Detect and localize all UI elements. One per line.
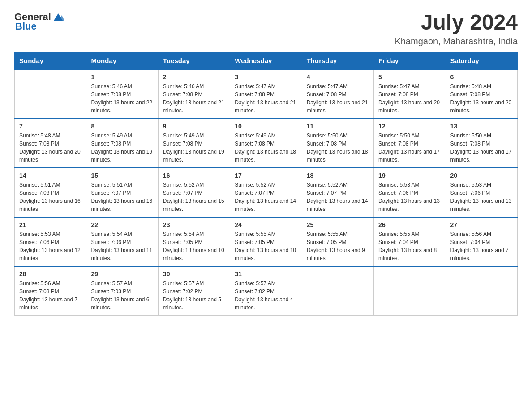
day-number: 30	[163, 270, 225, 278]
day-info: Sunrise: 5:52 AMSunset: 7:07 PMDaylight:…	[235, 181, 297, 213]
calendar-day-cell: 12Sunrise: 5:50 AMSunset: 7:08 PMDayligh…	[374, 119, 446, 168]
month-year-title: July 2024	[395, 11, 518, 34]
day-info: Sunrise: 5:52 AMSunset: 7:07 PMDaylight:…	[163, 181, 225, 213]
day-info: Sunrise: 5:47 AMSunset: 7:08 PMDaylight:…	[307, 82, 369, 115]
day-info: Sunrise: 5:53 AMSunset: 7:06 PMDaylight:…	[378, 181, 441, 213]
calendar-day-cell: 14Sunrise: 5:51 AMSunset: 7:08 PMDayligh…	[15, 168, 86, 217]
calendar-day-cell: 1Sunrise: 5:46 AMSunset: 7:08 PMDaylight…	[86, 69, 158, 119]
day-number: 25	[307, 221, 369, 228]
calendar-week-row: 21Sunrise: 5:53 AMSunset: 7:06 PMDayligh…	[15, 217, 518, 266]
day-info: Sunrise: 5:46 AMSunset: 7:08 PMDaylight:…	[91, 82, 153, 115]
day-number: 20	[450, 172, 513, 179]
day-of-week-header: Thursday	[302, 52, 373, 69]
day-info: Sunrise: 5:48 AMSunset: 7:08 PMDaylight:…	[450, 82, 513, 115]
day-info: Sunrise: 5:51 AMSunset: 7:07 PMDaylight:…	[91, 181, 153, 213]
day-info: Sunrise: 5:57 AMSunset: 7:03 PMDaylight:…	[91, 279, 153, 312]
day-number: 10	[235, 123, 297, 130]
calendar-day-cell: 4Sunrise: 5:47 AMSunset: 7:08 PMDaylight…	[302, 69, 373, 119]
day-number: 23	[163, 221, 225, 228]
calendar-day-cell: 30Sunrise: 5:57 AMSunset: 7:02 PMDayligh…	[158, 266, 230, 316]
day-of-week-header: Saturday	[446, 52, 517, 69]
day-info: Sunrise: 5:49 AMSunset: 7:08 PMDaylight:…	[91, 132, 153, 164]
calendar-day-cell: 11Sunrise: 5:50 AMSunset: 7:08 PMDayligh…	[302, 119, 373, 168]
calendar-day-cell: 8Sunrise: 5:49 AMSunset: 7:08 PMDaylight…	[86, 119, 158, 168]
day-info: Sunrise: 5:53 AMSunset: 7:06 PMDaylight:…	[19, 230, 82, 262]
calendar-day-cell: 29Sunrise: 5:57 AMSunset: 7:03 PMDayligh…	[86, 266, 158, 316]
day-number: 17	[235, 172, 297, 179]
calendar-day-cell: 18Sunrise: 5:52 AMSunset: 7:07 PMDayligh…	[302, 168, 373, 217]
day-number: 12	[378, 123, 441, 130]
day-number: 9	[163, 123, 225, 130]
day-info: Sunrise: 5:57 AMSunset: 7:02 PMDaylight:…	[235, 279, 297, 312]
day-info: Sunrise: 5:55 AMSunset: 7:05 PMDaylight:…	[235, 230, 297, 262]
day-number: 13	[450, 123, 513, 130]
day-number: 18	[307, 172, 369, 179]
calendar-day-cell: 9Sunrise: 5:49 AMSunset: 7:08 PMDaylight…	[158, 119, 230, 168]
calendar-day-cell	[15, 69, 86, 119]
day-info: Sunrise: 5:49 AMSunset: 7:08 PMDaylight:…	[163, 132, 225, 164]
day-of-week-header: Tuesday	[158, 52, 230, 69]
day-info: Sunrise: 5:56 AMSunset: 7:04 PMDaylight:…	[450, 230, 513, 262]
title-block: July 2024 Khamgaon, Maharashtra, India	[395, 11, 518, 47]
calendar-day-cell: 7Sunrise: 5:48 AMSunset: 7:08 PMDaylight…	[15, 119, 86, 168]
calendar-day-cell: 27Sunrise: 5:56 AMSunset: 7:04 PMDayligh…	[446, 217, 517, 266]
calendar-day-cell: 15Sunrise: 5:51 AMSunset: 7:07 PMDayligh…	[86, 168, 158, 217]
day-number: 3	[235, 73, 297, 81]
calendar-week-row: 1Sunrise: 5:46 AMSunset: 7:08 PMDaylight…	[15, 69, 518, 119]
day-number: 31	[235, 270, 297, 278]
calendar-week-row: 28Sunrise: 5:56 AMSunset: 7:03 PMDayligh…	[15, 266, 518, 316]
day-info: Sunrise: 5:57 AMSunset: 7:02 PMDaylight:…	[163, 279, 225, 312]
day-number: 11	[307, 123, 369, 130]
day-info: Sunrise: 5:55 AMSunset: 7:04 PMDaylight:…	[378, 230, 441, 262]
day-info: Sunrise: 5:51 AMSunset: 7:08 PMDaylight:…	[19, 181, 82, 213]
calendar-day-cell: 21Sunrise: 5:53 AMSunset: 7:06 PMDayligh…	[15, 217, 86, 266]
day-number: 8	[91, 123, 153, 130]
day-number: 27	[450, 221, 513, 228]
calendar-day-cell	[302, 266, 373, 316]
day-number: 5	[378, 73, 441, 81]
day-info: Sunrise: 5:52 AMSunset: 7:07 PMDaylight:…	[307, 181, 369, 213]
calendar-day-cell: 10Sunrise: 5:49 AMSunset: 7:08 PMDayligh…	[230, 119, 302, 168]
calendar-day-cell: 20Sunrise: 5:53 AMSunset: 7:06 PMDayligh…	[446, 168, 517, 217]
calendar-day-cell: 19Sunrise: 5:53 AMSunset: 7:06 PMDayligh…	[374, 168, 446, 217]
day-info: Sunrise: 5:54 AMSunset: 7:05 PMDaylight:…	[163, 230, 225, 262]
calendar-day-cell: 5Sunrise: 5:47 AMSunset: 7:08 PMDaylight…	[374, 69, 446, 119]
day-number: 1	[91, 73, 153, 81]
day-number: 19	[378, 172, 441, 179]
page-header: General Blue July 2024 Khamgaon, Maharas…	[14, 11, 518, 47]
calendar-day-cell: 23Sunrise: 5:54 AMSunset: 7:05 PMDayligh…	[158, 217, 230, 266]
logo: General Blue	[14, 11, 64, 32]
day-number: 26	[378, 221, 441, 228]
calendar-day-cell: 25Sunrise: 5:55 AMSunset: 7:05 PMDayligh…	[302, 217, 373, 266]
calendar-table: SundayMondayTuesdayWednesdayThursdayFrid…	[14, 52, 518, 316]
day-info: Sunrise: 5:48 AMSunset: 7:08 PMDaylight:…	[19, 132, 82, 164]
calendar-day-cell	[374, 266, 446, 316]
day-number: 2	[163, 73, 225, 81]
day-info: Sunrise: 5:50 AMSunset: 7:08 PMDaylight:…	[307, 132, 369, 164]
location-subtitle: Khamgaon, Maharashtra, India	[395, 36, 518, 47]
day-of-week-header: Wednesday	[230, 52, 302, 69]
day-info: Sunrise: 5:47 AMSunset: 7:08 PMDaylight:…	[235, 82, 297, 115]
day-number: 24	[235, 221, 297, 228]
day-of-week-header: Sunday	[15, 52, 86, 69]
day-info: Sunrise: 5:50 AMSunset: 7:08 PMDaylight:…	[378, 132, 441, 164]
day-number: 7	[19, 123, 82, 130]
day-info: Sunrise: 5:49 AMSunset: 7:08 PMDaylight:…	[235, 132, 297, 164]
day-number: 28	[19, 270, 82, 278]
calendar-week-row: 7Sunrise: 5:48 AMSunset: 7:08 PMDaylight…	[15, 119, 518, 168]
day-number: 21	[19, 221, 82, 228]
day-number: 6	[450, 73, 513, 81]
calendar-day-cell: 2Sunrise: 5:46 AMSunset: 7:08 PMDaylight…	[158, 69, 230, 119]
calendar-day-cell: 28Sunrise: 5:56 AMSunset: 7:03 PMDayligh…	[15, 266, 86, 316]
calendar-day-cell: 3Sunrise: 5:47 AMSunset: 7:08 PMDaylight…	[230, 69, 302, 119]
day-info: Sunrise: 5:50 AMSunset: 7:08 PMDaylight:…	[450, 132, 513, 164]
day-number: 4	[307, 73, 369, 81]
logo-icon	[52, 11, 64, 23]
day-number: 16	[163, 172, 225, 179]
calendar-day-cell: 16Sunrise: 5:52 AMSunset: 7:07 PMDayligh…	[158, 168, 230, 217]
day-number: 29	[91, 270, 153, 278]
day-info: Sunrise: 5:55 AMSunset: 7:05 PMDaylight:…	[307, 230, 369, 262]
day-number: 22	[91, 221, 153, 228]
day-info: Sunrise: 5:54 AMSunset: 7:06 PMDaylight:…	[91, 230, 153, 262]
calendar-header-row: SundayMondayTuesdayWednesdayThursdayFrid…	[15, 52, 518, 69]
